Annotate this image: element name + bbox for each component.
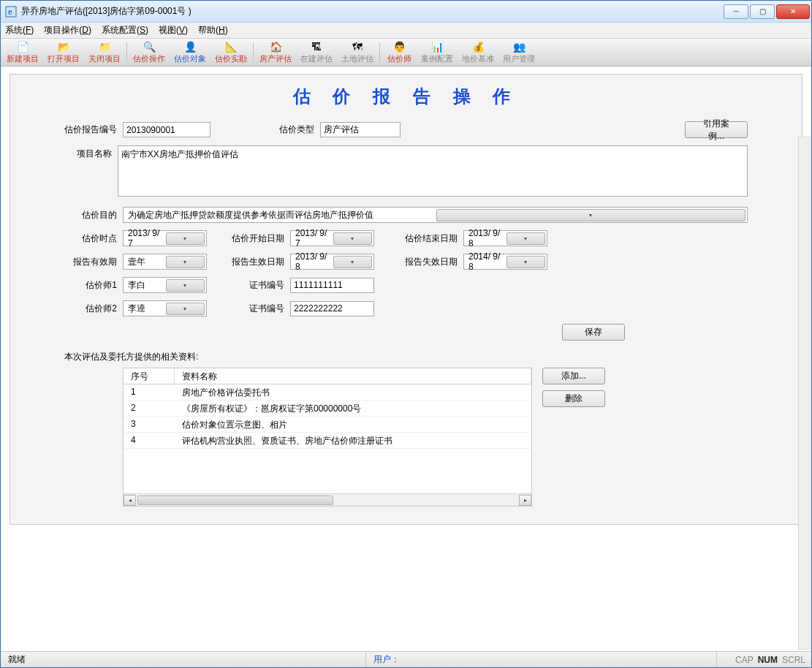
land-eval-icon: 🗺 [352, 41, 363, 53]
property-eval-label: 房产评估 [259, 53, 292, 64]
content-area: 估 价 报 告 操 作 估价报告编号 估价类型 引用案例... 项目名称 南宁市… [1, 67, 811, 651]
tool-new-project[interactable]: 📄新建项目 [2, 39, 43, 66]
effective-date-value: 2013/ 9/ 8 [295, 251, 333, 272]
land-base-label: 地价基准 [462, 53, 494, 64]
ref-case-button[interactable]: 引用案例... [685, 121, 748, 138]
tool-valuation-op[interactable]: 🔍估价操作 [129, 39, 170, 66]
scroll-thumb[interactable] [137, 496, 333, 505]
table-row[interactable]: 3估价对象位置示意图、相片 [124, 417, 531, 433]
end-date-picker[interactable]: 2013/ 9/ 8 [463, 230, 547, 246]
end-date-value: 2013/ 9/ 8 [468, 228, 506, 248]
tool-close-project[interactable]: 📁关闭项目 [84, 39, 125, 66]
title-bar: e 异乔房地产评估([2013]房估字第09-0001号 ) ─ ▢ ✕ [1, 1, 811, 23]
appraiser-label: 估价师 [387, 53, 411, 64]
effective-date-picker[interactable]: 2013/ 9/ 8 [290, 254, 374, 270]
add-button[interactable]: 添加... [542, 368, 605, 384]
purpose-value: 为确定房地产抵押贷款额度提供参考依据而评估房地产抵押价值 [128, 209, 436, 221]
validity-value: 壹年 [128, 256, 166, 268]
val-type-input[interactable] [320, 122, 401, 137]
new-project-icon: 📄 [17, 41, 29, 53]
tool-property-eval[interactable]: 🏠房产评估 [255, 39, 296, 66]
seq-cell: 3 [124, 417, 175, 432]
valuation-obj-icon: 👤 [184, 41, 196, 53]
chevron-down-icon [166, 279, 205, 292]
content-v-scrollbar[interactable] [798, 137, 811, 650]
scroll-right-icon[interactable]: ▸ [519, 495, 531, 506]
tool-appraiser[interactable]: 👨估价师 [382, 39, 417, 66]
tool-valuation-survey[interactable]: 📐估价实勘 [210, 39, 251, 66]
appraiser1-label: 估价师1 [57, 279, 123, 292]
report-no-label: 估价报告编号 [57, 124, 123, 136]
val-time-label: 估价时点 [57, 232, 123, 245]
report-no-input[interactable] [123, 122, 210, 137]
cert2-input[interactable] [290, 301, 374, 316]
expire-date-label: 报告失效日期 [399, 256, 463, 268]
menu-project[interactable]: 项目操作(D) [44, 24, 91, 37]
tool-open-project[interactable]: 📂打开项目 [43, 39, 84, 66]
effective-date-label: 报告生效日期 [226, 256, 290, 268]
cert1-input[interactable] [290, 278, 374, 293]
case-config-label: 案例配置 [421, 53, 453, 64]
appraiser2-select[interactable]: 李逵 [123, 300, 207, 316]
val-time-picker[interactable]: 2013/ 9/ 7 [123, 230, 207, 246]
menu-view[interactable]: 视图(V) [159, 24, 188, 37]
tool-land-eval[interactable]: 🗺土地评估 [337, 39, 378, 66]
end-date-label: 估价结束日期 [399, 232, 463, 245]
save-button[interactable]: 保存 [562, 324, 625, 341]
expire-date-picker[interactable]: 2014/ 9/ 8 [463, 254, 547, 270]
tool-user-mgmt[interactable]: 👥用户管理 [498, 39, 539, 66]
appraiser1-select[interactable]: 李白 [123, 277, 207, 293]
maximize-button[interactable]: ▢ [750, 4, 775, 19]
calendar-icon [166, 232, 205, 245]
status-ready: 就绪 [1, 652, 366, 667]
table-row[interactable]: 4评估机构营业执照、资质证书、房地产估价师注册证书 [124, 433, 531, 449]
start-date-picker[interactable]: 2013/ 9/ 7 [290, 230, 374, 246]
open-project-icon: 📂 [58, 41, 69, 53]
valuation-obj-label: 估价对象 [174, 53, 206, 64]
property-eval-icon: 🏠 [270, 41, 281, 53]
user-mgmt-label: 用户管理 [503, 53, 535, 64]
seq-cell: 4 [124, 433, 175, 448]
menu-config[interactable]: 系统配置(S) [102, 24, 148, 37]
project-name-label: 项目名称 [57, 145, 118, 160]
menu-help[interactable]: 帮助(H) [198, 24, 228, 37]
land-base-icon: 💰 [472, 41, 484, 53]
status-user: 用户： [366, 652, 717, 667]
tool-construction-eval[interactable]: 🏗在建评估 [296, 39, 337, 66]
h-scrollbar[interactable]: ◂ ▸ [124, 493, 531, 506]
cert2-label: 证书编号 [226, 303, 290, 315]
svg-text:e: e [8, 8, 12, 16]
materials-title: 本次评估及委托方提供的相关资料: [64, 351, 792, 363]
seq-cell: 2 [124, 401, 175, 416]
name-cell: 估价对象位置示意图、相片 [175, 417, 531, 432]
name-cell: 评估机构营业执照、资质证书、房地产估价师注册证书 [175, 433, 531, 448]
table-row[interactable]: 2《房屋所有权证》：邕房权证字第00000000号 [124, 401, 531, 417]
tool-land-base[interactable]: 💰地价基准 [458, 39, 498, 66]
land-eval-label: 土地评估 [341, 53, 373, 64]
col-seq-header: 序号 [124, 368, 175, 384]
toolbar: 📄新建项目📂打开项目📁关闭项目🔍估价操作👤估价对象📐估价实勘🏠房产评估🏗在建评估… [1, 39, 811, 67]
open-project-label: 打开项目 [48, 53, 80, 64]
valuation-survey-label: 估价实勘 [215, 53, 247, 64]
status-scrl: SCRL [782, 655, 805, 665]
project-name-input[interactable]: 南宁市XX房地产抵押价值评估 [118, 145, 748, 197]
purpose-label: 估价目的 [57, 209, 123, 221]
close-button[interactable]: ✕ [776, 4, 810, 19]
tool-valuation-obj[interactable]: 👤估价对象 [170, 39, 210, 66]
purpose-combo[interactable]: 为确定房地产抵押贷款额度提供参考依据而评估房地产抵押价值 [123, 207, 748, 223]
valuation-survey-icon: 📐 [225, 41, 237, 53]
start-date-value: 2013/ 9/ 7 [295, 228, 333, 248]
minimize-button[interactable]: ─ [724, 4, 748, 19]
tool-case-config[interactable]: 📊案例配置 [417, 39, 458, 66]
table-row[interactable]: 1房地产价格评估委托书 [124, 384, 531, 401]
chevron-down-icon [436, 209, 746, 221]
scroll-left-icon[interactable]: ◂ [124, 495, 136, 506]
name-cell: 房地产价格评估委托书 [175, 384, 531, 400]
menu-system[interactable]: 系统(F) [5, 24, 34, 37]
menu-bar: 系统(F) 项目操作(D) 系统配置(S) 视图(V) 帮助(H) [1, 23, 811, 39]
validity-select[interactable]: 壹年 [123, 254, 207, 270]
delete-button[interactable]: 删除 [542, 390, 605, 407]
name-cell: 《房屋所有权证》：邕房权证字第00000000号 [175, 401, 531, 416]
status-cap: CAP [735, 655, 754, 665]
validity-label: 报告有效期 [57, 256, 123, 268]
